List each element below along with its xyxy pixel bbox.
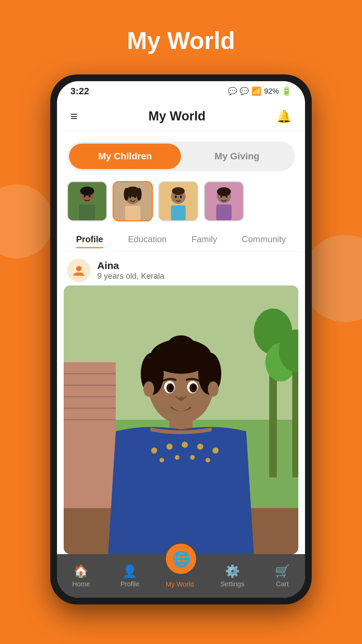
tab-community[interactable]: Community — [242, 231, 286, 248]
home-label: Home — [72, 580, 90, 588]
children-row — [57, 178, 305, 228]
child-portrait-svg — [64, 285, 298, 554]
header-title: My World — [148, 109, 205, 123]
svg-point-2 — [80, 186, 94, 196]
hamburger-menu-icon[interactable]: ≡ — [70, 109, 77, 123]
page-title: My World — [127, 27, 235, 54]
svg-point-19 — [180, 196, 182, 198]
nav-profile[interactable]: 👤 Profile — [114, 564, 146, 588]
svg-point-62 — [175, 455, 180, 460]
child-photo-1 — [68, 182, 106, 220]
main-content: My Children My Giving — [57, 131, 305, 554]
svg-point-52 — [192, 385, 196, 390]
svg-point-16 — [172, 187, 185, 195]
home-icon: 🏠 — [73, 564, 88, 578]
battery-text: 92% — [264, 87, 279, 96]
svg-point-18 — [175, 196, 177, 198]
bottom-nav: 🌐 🏠 Home 👤 Profile My World ⚙️ Settings … — [57, 554, 305, 598]
my-world-label: My World — [163, 581, 196, 588]
child-profile-header: Aina 9 years old, Kerala — [57, 252, 305, 285]
child-avatar-1[interactable] — [67, 181, 107, 221]
profile-label: Profile — [120, 580, 139, 588]
child-profile-icon — [67, 259, 90, 282]
svg-point-24 — [221, 195, 223, 198]
status-bar: 3:22 💬 💬 📶 92% 🔋 — [57, 81, 305, 101]
child-photo-4 — [205, 182, 243, 220]
message-icon: 💬 — [240, 87, 249, 96]
svg-point-12 — [129, 196, 131, 198]
settings-label: Settings — [220, 580, 244, 588]
svg-rect-17 — [171, 205, 186, 220]
bg-decoration-left — [0, 184, 54, 258]
cart-icon: 🛒 — [275, 564, 290, 578]
my-giving-tab[interactable]: My Giving — [181, 144, 293, 169]
signal-icon: 📶 — [251, 87, 261, 96]
nav-settings[interactable]: ⚙️ Settings — [214, 564, 251, 588]
svg-rect-3 — [79, 205, 95, 221]
svg-point-63 — [190, 455, 195, 460]
nav-cart[interactable]: 🛒 Cart — [268, 564, 297, 588]
svg-point-26 — [76, 266, 81, 271]
svg-point-60 — [213, 447, 219, 453]
battery-icon: 🔋 — [282, 87, 292, 96]
profile-icon: 👤 — [122, 564, 137, 578]
tab-profile[interactable]: Profile — [76, 231, 103, 248]
svg-point-51 — [169, 385, 173, 390]
child-avatar-2[interactable] — [113, 181, 153, 221]
child-avatar-4[interactable] — [204, 181, 244, 221]
nav-home[interactable]: 🏠 Home — [65, 564, 97, 588]
svg-point-61 — [160, 458, 164, 463]
tab-switcher: My Children My Giving — [67, 142, 295, 171]
svg-point-13 — [134, 196, 136, 198]
child-info: Aina 9 years old, Kerala — [97, 260, 164, 281]
svg-point-59 — [197, 443, 203, 449]
svg-point-55 — [208, 381, 219, 397]
my-world-float-button[interactable]: 🌐 — [164, 542, 198, 576]
whatsapp-icon: 💬 — [228, 87, 237, 96]
svg-point-57 — [167, 443, 173, 449]
status-time: 3:22 — [70, 86, 89, 97]
settings-icon: ⚙️ — [225, 564, 240, 578]
svg-point-10 — [136, 188, 141, 201]
svg-point-9 — [124, 188, 129, 201]
child-photo-large — [64, 285, 298, 554]
svg-point-44 — [168, 335, 194, 355]
child-photo-3 — [159, 182, 197, 220]
app-header: ≡ My World 🔔 — [57, 101, 305, 131]
tab-education[interactable]: Education — [128, 231, 167, 248]
svg-point-64 — [205, 458, 210, 463]
svg-rect-11 — [125, 206, 140, 220]
phone-screen: 3:22 💬 💬 📶 92% 🔋 ≡ My World 🔔 My Childre… — [57, 81, 305, 598]
svg-rect-23 — [216, 205, 232, 221]
child-avatar-3[interactable] — [158, 181, 198, 221]
svg-point-22 — [217, 187, 231, 196]
cart-label: Cart — [276, 580, 289, 588]
child-age-location: 9 years old, Kerala — [97, 271, 164, 281]
svg-point-5 — [89, 195, 91, 198]
my-children-tab[interactable]: My Children — [69, 144, 181, 169]
tab-family[interactable]: Family — [191, 231, 217, 248]
child-name: Aina — [97, 260, 164, 271]
status-icons: 💬 💬 📶 92% 🔋 — [228, 87, 292, 96]
notification-bell-icon[interactable]: 🔔 — [277, 109, 292, 123]
phone-frame: 3:22 💬 💬 📶 92% 🔋 ≡ My World 🔔 My Childre… — [50, 74, 312, 604]
svg-point-4 — [84, 195, 86, 198]
svg-point-25 — [226, 195, 228, 198]
svg-point-56 — [151, 447, 157, 453]
profile-sub-tabs: Profile Education Family Community — [57, 228, 305, 252]
svg-point-54 — [143, 381, 154, 397]
svg-point-58 — [182, 442, 188, 448]
child-photo-2 — [114, 182, 152, 220]
